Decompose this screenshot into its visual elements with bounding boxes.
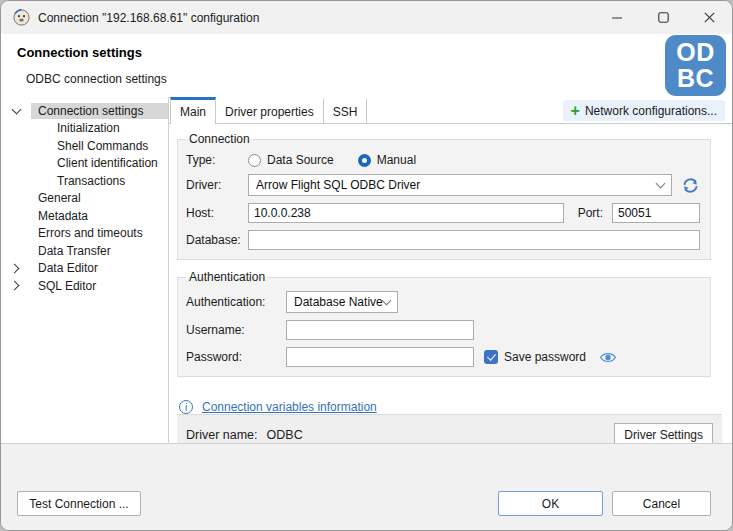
info-icon: i <box>179 400 193 414</box>
plus-icon: + <box>571 104 580 118</box>
minimize-button[interactable] <box>594 1 640 34</box>
dialog-body: Connection settings Initialization Shell… <box>1 97 732 443</box>
authentication-group: Authentication Authentication: Database … <box>177 270 711 377</box>
save-password-checkbox[interactable] <box>484 350 498 364</box>
port-input[interactable] <box>612 203 700 223</box>
settings-tree: Connection settings Initialization Shell… <box>1 97 169 443</box>
type-label: Type: <box>186 153 248 167</box>
tab-driver-properties[interactable]: Driver properties <box>216 97 324 123</box>
password-label: Password: <box>186 350 286 364</box>
connection-variables-row: i Connection variables information <box>179 400 722 414</box>
sync-driver-icon[interactable] <box>681 176 700 195</box>
tree-item-general[interactable]: General <box>1 190 168 208</box>
tab-ssh[interactable]: SSH <box>324 97 368 123</box>
radio-manual[interactable]: Manual <box>358 153 416 167</box>
driver-label: Driver: <box>186 178 248 192</box>
tab-main[interactable]: Main <box>170 97 216 124</box>
authentication-group-legend: Authentication <box>186 270 268 284</box>
titlebar: Connection "192.168.68.61" configuration <box>1 1 732 34</box>
database-label: Database: <box>186 233 248 247</box>
dialog-footer: Test Connection ... OK Cancel <box>1 443 732 530</box>
tree-item-data-transfer[interactable]: Data Transfer <box>1 242 168 260</box>
show-password-eye-icon[interactable] <box>599 351 617 364</box>
page-title: Connection settings <box>17 45 142 60</box>
odbc-logo: OD BC <box>665 35 726 96</box>
username-label: Username: <box>186 323 286 337</box>
tree-item-transactions[interactable]: Transactions <box>1 172 168 190</box>
ok-button[interactable]: OK <box>498 491 603 516</box>
main-panel: Main Driver properties SSH + Network con… <box>169 97 732 443</box>
driver-name-label: Driver name: <box>186 428 258 442</box>
chevron-down-icon[interactable] <box>1 109 31 113</box>
chevron-right-icon[interactable] <box>1 282 31 289</box>
odbc-logo-line1: OD <box>665 39 726 65</box>
connection-configuration-dialog: Connection "192.168.68.61" configuration… <box>0 0 733 531</box>
username-input[interactable] <box>286 320 474 340</box>
window-title: Connection "192.168.68.61" configuration <box>38 11 259 25</box>
app-icon <box>13 9 30 26</box>
radio-selected-icon[interactable] <box>358 154 371 167</box>
window-controls <box>594 1 732 34</box>
chevron-right-icon[interactable] <box>1 265 31 272</box>
driver-name-value: ODBC <box>267 428 303 442</box>
type-row: Type: Data Source Manual <box>186 153 700 167</box>
close-button[interactable] <box>686 1 732 34</box>
port-label: Port: <box>578 206 603 220</box>
database-row: Database: <box>186 230 700 250</box>
tab-bar: Main Driver properties SSH + Network con… <box>169 97 732 124</box>
database-input[interactable] <box>248 230 700 250</box>
save-password-label: Save password <box>504 350 586 364</box>
page-subtitle: ODBC connection settings <box>26 72 167 86</box>
radio-data-source[interactable]: Data Source <box>248 153 334 167</box>
host-input[interactable] <box>248 203 564 223</box>
cancel-button[interactable]: Cancel <box>612 491 711 516</box>
host-row: Host: Port: <box>186 203 700 223</box>
tab-content-main: Connection Type: Data Source Manual <box>169 124 732 443</box>
connection-group: Connection Type: Data Source Manual <box>177 132 711 260</box>
network-configurations-button[interactable]: + Network configurations... <box>563 100 725 121</box>
radio-icon[interactable] <box>248 154 261 167</box>
odbc-logo-line2: BC <box>665 65 726 91</box>
password-input[interactable] <box>286 347 474 367</box>
chevron-down-icon <box>382 296 392 306</box>
username-row: Username: <box>186 320 700 340</box>
tree-item-errors-and-timeouts[interactable]: Errors and timeouts <box>1 225 168 243</box>
driver-dropdown[interactable]: Arrow Flight SQL ODBC Driver <box>248 174 672 196</box>
tree-item-connection-settings[interactable]: Connection settings <box>1 102 168 120</box>
tree-item-client-identification[interactable]: Client identification <box>1 155 168 173</box>
connection-variables-link[interactable]: Connection variables information <box>202 400 377 414</box>
authentication-row: Authentication: Database Native <box>186 291 700 313</box>
dialog-header: Connection settings ODBC connection sett… <box>1 34 732 97</box>
test-connection-button[interactable]: Test Connection ... <box>17 491 141 516</box>
authentication-label: Authentication: <box>186 295 286 309</box>
authentication-dropdown[interactable]: Database Native <box>286 291 398 313</box>
tree-item-data-editor[interactable]: Data Editor <box>1 260 168 278</box>
password-row: Password: Save password <box>186 347 700 367</box>
tree-item-sql-editor[interactable]: SQL Editor <box>1 277 168 295</box>
tree-item-metadata[interactable]: Metadata <box>1 207 168 225</box>
tree-item-initialization[interactable]: Initialization <box>1 120 168 138</box>
host-label: Host: <box>186 206 248 220</box>
connection-group-legend: Connection <box>186 132 253 146</box>
driver-row: Driver: Arrow Flight SQL ODBC Driver <box>186 174 700 196</box>
chevron-down-icon <box>656 179 666 189</box>
maximize-button[interactable] <box>640 1 686 34</box>
tree-item-shell-commands[interactable]: Shell Commands <box>1 137 168 155</box>
